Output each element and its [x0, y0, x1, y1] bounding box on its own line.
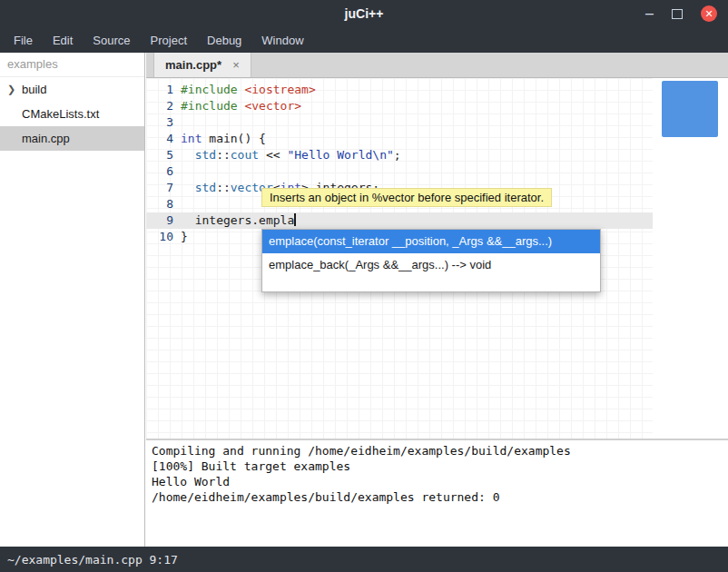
completion-item[interactable]: emplace_back(_Args &&__args...) --> void — [262, 253, 600, 277]
text-cursor — [294, 213, 296, 226]
code-line[interactable]: 6 — [146, 163, 653, 180]
menu-item-file[interactable]: File — [4, 29, 43, 52]
tab-label: main.cpp* — [165, 58, 221, 72]
doc-tooltip: Inserts an object in %vector before spec… — [261, 188, 552, 207]
terminal-output: Compiling and running /home/eidheim/exam… — [146, 440, 728, 547]
window-controls: – ✕ — [645, 0, 717, 27]
menu-item-project[interactable]: Project — [141, 29, 197, 52]
tree-item-main-cpp[interactable]: main.cpp — [0, 126, 144, 151]
menu-item-source[interactable]: Source — [83, 29, 140, 52]
maximize-icon[interactable] — [672, 9, 683, 19]
status-text: ~/examples/main.cpp 9:17 — [7, 553, 178, 567]
line-number: 9 — [146, 212, 181, 229]
sidebar-header: examples — [0, 53, 144, 77]
menu-item-edit[interactable]: Edit — [43, 29, 83, 52]
terminal-line: Compiling and running /home/eidheim/exam… — [152, 443, 723, 459]
terminal-line: Hello World — [152, 474, 723, 489]
line-number: 3 — [146, 114, 181, 131]
completion-item[interactable]: emplace(const_iterator __position, _Args… — [262, 230, 600, 253]
line-number: 8 — [146, 196, 181, 212]
code-text: #include <iostream> — [181, 82, 316, 98]
code-text: std::cout << "Hello World\n"; — [181, 147, 401, 163]
terminal-line: /home/eidheim/examples/build/examples re… — [152, 489, 723, 505]
code-text: integers.empla — [181, 212, 296, 229]
code-line[interactable]: 2#include <vector> — [146, 98, 653, 114]
title-bar: juCi++ – ✕ — [0, 0, 728, 27]
status-bar: ~/examples/main.cpp 9:17 — [0, 547, 728, 572]
tab-close-icon[interactable]: × — [232, 58, 240, 72]
code-line[interactable]: 4int main() { — [146, 131, 653, 147]
line-number: 4 — [146, 131, 181, 147]
code-line[interactable]: 9 integers.empla — [146, 212, 653, 229]
menu-item-debug[interactable]: Debug — [197, 29, 251, 52]
tree-item-cmakelists-txt[interactable]: CMakeLists.txt — [0, 102, 144, 126]
line-number: 6 — [146, 163, 181, 180]
tab-bar: main.cpp* × — [146, 53, 728, 78]
code-line[interactable]: 5 std::cout << "Hello World\n"; — [146, 147, 653, 163]
line-number: 5 — [146, 147, 181, 163]
window-title: juCi++ — [0, 0, 728, 27]
expander-icon[interactable]: ❯ — [7, 77, 15, 102]
code-area: 1#include <iostream>2#include <vector>34… — [146, 82, 653, 245]
menu-item-window[interactable]: Window — [251, 29, 313, 52]
line-number: 7 — [146, 180, 181, 196]
code-line[interactable]: 1#include <iostream> — [146, 82, 653, 98]
line-number: 1 — [146, 82, 181, 98]
code-text: #include <vector> — [181, 98, 301, 114]
editor[interactable]: 1#include <iostream>2#include <vector>34… — [146, 78, 728, 439]
tab-main-cpp[interactable]: main.cpp* × — [153, 53, 251, 77]
minimize-icon[interactable]: – — [645, 7, 654, 20]
code-text: } — [181, 229, 188, 245]
code-line[interactable]: 3 — [146, 114, 653, 131]
tree-item-label: main.cpp — [22, 132, 70, 145]
tree-item-build[interactable]: ❯build — [0, 77, 144, 102]
close-icon[interactable]: ✕ — [701, 5, 717, 22]
tree-item-label: CMakeLists.txt — [22, 107, 99, 121]
line-number: 10 — [146, 229, 181, 245]
menu-bar: FileEditSourceProjectDebugWindow — [0, 27, 728, 53]
code-text: int main() { — [181, 131, 266, 147]
file-tree: ❯buildCMakeLists.txtmain.cpp — [0, 77, 144, 151]
completion-popup: emplace(const_iterator __position, _Args… — [261, 229, 601, 292]
tree-item-label: build — [22, 83, 46, 96]
file-browser-sidebar: examples ❯buildCMakeLists.txtmain.cpp — [0, 53, 145, 547]
scrollbar-thumb[interactable] — [662, 81, 718, 137]
line-number: 2 — [146, 98, 181, 114]
terminal-line: [100%] Built target examples — [152, 459, 723, 474]
